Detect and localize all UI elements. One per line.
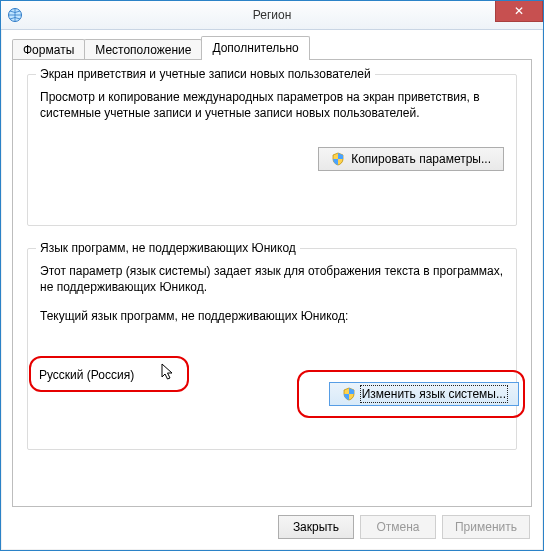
tab-strip: Форматы Местоположение Дополнительно <box>12 38 309 60</box>
tab-page-advanced: Экран приветствия и учетные записи новых… <box>12 59 532 507</box>
client-area: Форматы Местоположение Дополнительно Экр… <box>2 30 542 549</box>
change-system-locale-button[interactable]: Изменить язык системы... <box>329 382 519 406</box>
uac-shield-icon <box>342 387 356 401</box>
group-legend: Язык программ, не поддерживающих Юникод <box>36 241 300 255</box>
group-welcome-screen: Экран приветствия и учетные записи новых… <box>27 74 517 226</box>
cancel-button[interactable]: Отмена <box>360 515 436 539</box>
tab-label: Местоположение <box>95 43 191 57</box>
window-title: Регион <box>1 8 543 22</box>
button-label: Изменить язык системы... <box>362 387 506 401</box>
tab-label: Дополнительно <box>212 41 298 55</box>
group-non-unicode: Язык программ, не поддерживающих Юникод … <box>27 248 517 450</box>
tab-advanced[interactable]: Дополнительно <box>201 36 309 60</box>
button-label: Отмена <box>376 520 419 534</box>
dialog-button-row: Закрыть Отмена Применить <box>278 515 530 539</box>
group-description: Этот параметр (язык системы) задает язык… <box>40 263 504 295</box>
region-window: Регион ✕ Форматы Местоположение Дополнит… <box>0 0 544 551</box>
globe-icon <box>7 7 23 23</box>
copy-settings-button[interactable]: Копировать параметры... <box>318 147 504 171</box>
close-dialog-button[interactable]: Закрыть <box>278 515 354 539</box>
current-language-label: Текущий язык программ, не поддерживающих… <box>40 309 504 323</box>
button-label: Закрыть <box>293 520 339 534</box>
uac-shield-icon <box>331 152 345 166</box>
apply-button[interactable]: Применить <box>442 515 530 539</box>
tab-location[interactable]: Местоположение <box>84 39 202 61</box>
tab-formats[interactable]: Форматы <box>12 39 85 61</box>
group-legend: Экран приветствия и учетные записи новых… <box>36 67 375 81</box>
button-label: Копировать параметры... <box>351 152 491 166</box>
titlebar: Регион ✕ <box>1 1 543 30</box>
close-icon: ✕ <box>514 4 524 18</box>
button-label: Применить <box>455 520 517 534</box>
tab-label: Форматы <box>23 43 74 57</box>
current-language-value: Русский (Россия) <box>39 368 134 382</box>
group-description: Просмотр и копирование международных пар… <box>40 89 504 121</box>
close-button[interactable]: ✕ <box>495 1 543 22</box>
